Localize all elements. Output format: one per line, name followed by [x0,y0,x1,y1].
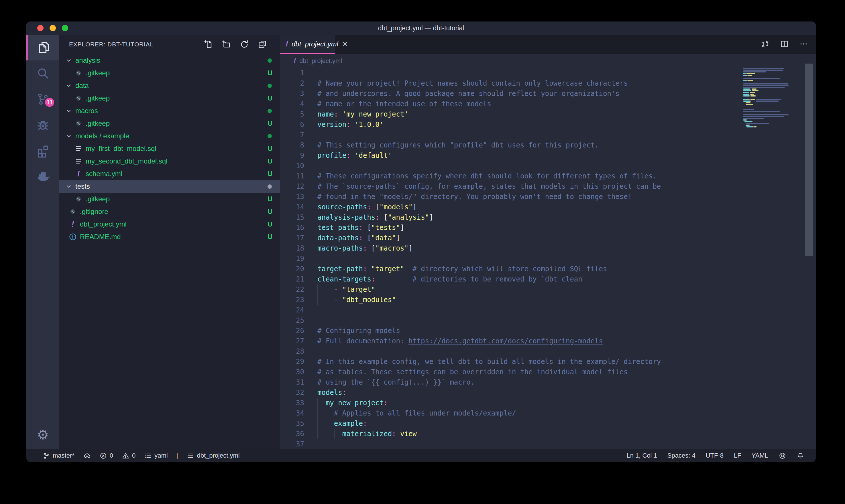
code-line-21[interactable]: 21clean-targets: # directories to be rem… [280,274,816,284]
tree-file--gitkeep[interactable]: .gitkeepU [59,117,280,130]
code-line-1[interactable]: 1 [280,68,816,78]
status-bell-icon[interactable] [796,452,804,460]
code-line-20[interactable]: 20target-path: "target" # directory whic… [280,264,816,274]
code-line-26[interactable]: 26# Configuring models [280,326,816,336]
code-line-8[interactable]: 8# This setting configures which "profil… [280,140,816,150]
activity-item-explorer[interactable] [26,35,59,60]
status-ln-1-col-1[interactable]: Ln 1, Col 1 [626,452,657,459]
line-number: 9 [280,150,304,161]
files-icon [36,40,51,55]
status-smiley-icon[interactable] [778,452,786,460]
code-line-12[interactable]: 12# The `source-paths` config, for examp… [280,181,816,192]
git-file-icon [74,195,83,203]
tree-file-readme-md[interactable]: README.mdU [59,231,280,243]
tree-folder-data[interactable]: data [59,79,280,92]
code-line-16[interactable]: 16test-paths: ["tests"] [280,222,816,233]
code-line-28[interactable]: 28 [280,346,816,357]
code-line-2[interactable]: 2# Name your project! Project names shou… [280,78,816,89]
activity-item-run-debug[interactable] [26,112,59,138]
status-utf-8[interactable]: UTF-8 [706,452,723,459]
status-lf[interactable]: LF [734,452,741,459]
collapse-all-icon[interactable] [257,39,267,49]
code-line-25[interactable]: 25 [280,315,816,326]
tree-file--gitkeep[interactable]: .gitkeepU [59,92,280,105]
tree-file--gitignore[interactable]: .gitignoreU [59,205,280,218]
refresh-icon[interactable] [239,39,249,49]
zoom-window-button[interactable] [62,25,68,31]
split-editor-icon[interactable] [780,39,789,49]
code-line-17[interactable]: 17data-paths: ["data"] [280,233,816,243]
editor-scrollbar[interactable] [805,64,813,256]
chevron-down-icon [65,56,73,65]
tree-file--gitkeep[interactable]: .gitkeepU [59,67,280,79]
breadcrumb[interactable]: ! dbt_project.yml [280,54,816,68]
new-file-icon[interactable] [203,39,213,49]
explorer-header: EXPLORER: DBT-TUTORIAL [59,35,280,54]
code-line-9[interactable]: 9profile: 'default' [280,150,816,161]
code-line-35[interactable]: 35 example: [280,418,816,429]
code-line-19[interactable]: 19 [280,253,816,264]
code-line-37[interactable]: 37 [280,439,816,449]
tree-folder-tests[interactable]: tests [59,180,280,193]
code-area[interactable]: 12# Name your project! Project names sho… [280,68,816,449]
code-line-13[interactable]: 13# found in the "models/" directory. Yo… [280,192,816,202]
status-yaml[interactable]: YAML [752,452,768,459]
open-changes-icon[interactable] [760,39,770,49]
code-line-34[interactable]: 34 # Applies to all files under models/e… [280,408,816,418]
status-cloud-upload-icon[interactable] [83,452,91,460]
code-line-11[interactable]: 11# These configurations specify where d… [280,171,816,181]
minimize-window-button[interactable] [50,25,56,31]
tree-file--gitkeep[interactable]: .gitkeepU [59,193,280,205]
status-0[interactable]: 0 [122,452,136,460]
status-master-[interactable]: master* [42,452,74,460]
code-line-22[interactable]: 22 - "target" [280,284,816,295]
code-line-14[interactable]: 14source-paths: ["models"] [280,202,816,212]
code-line-4[interactable]: 4# name or the intended use of these mod… [280,99,816,109]
code-line-23[interactable]: 23 - "dbt_modules" [280,295,816,305]
status-0[interactable]: 0 [100,452,113,460]
line-number: 6 [280,120,304,130]
code-line-15[interactable]: 15analysis-paths: ["analysis"] [280,212,816,222]
activity-item-source-control[interactable]: 11 [26,86,59,112]
code-line-32[interactable]: 32models: [280,388,816,398]
code-line-36[interactable]: 36 materialized: view [280,429,816,439]
code-line-27[interactable]: 27# Full documentation: https://docs.get… [280,336,816,346]
settings-gear-icon[interactable]: ⚙ [26,425,59,445]
tab-dbt-project-yml[interactable]: ! dbt_project.yml ✕ [280,35,335,54]
new-folder-icon[interactable] [221,39,231,49]
code-line-6[interactable]: 6version: '1.0.0' [280,120,816,130]
code-line-29[interactable]: 29# In this example config, we tell dbt … [280,357,816,367]
code-line-3[interactable]: 3# and underscores. A good package name … [280,89,816,99]
tree-file-my-first-dbt-model-sql[interactable]: my_first_dbt_model.sqlU [59,142,280,155]
activity-item-docker[interactable] [26,163,59,189]
code-line-10[interactable]: 10 [280,161,816,171]
more-actions-icon[interactable] [799,39,808,49]
close-window-button[interactable] [37,25,43,31]
line-number: 13 [280,192,304,202]
code-line-7[interactable]: 7 [280,130,816,140]
code-line-33[interactable]: 33 my_new_project: [280,398,816,408]
code-line-24[interactable]: 24 [280,305,816,315]
tree-file-dbt-project-yml[interactable]: !dbt_project.ymlU [59,218,280,231]
activity-bar: 11⚙ [26,35,59,449]
code-line-31[interactable]: 31# using the `{{ config(...) }}` macro. [280,377,816,388]
tree-folder-analysis[interactable]: analysis [59,54,280,67]
tree-folder-macros[interactable]: macros [59,105,280,117]
close-tab-icon[interactable]: ✕ [342,40,348,48]
code-line-5[interactable]: 5name: 'my_new_project' [280,109,816,120]
code-line-30[interactable]: 30# as tables. These settings can be ove… [280,367,816,377]
tree-file-my-second-dbt-model-sql[interactable]: my_second_dbt_model.sqlU [59,155,280,167]
minimap[interactable] [743,66,805,129]
chevron-down-icon [65,107,73,115]
status-yaml[interactable]: yaml [144,452,167,460]
git-untracked-badge: U [268,233,272,241]
title-bar[interactable]: dbt_project.yml — dbt-tutorial [26,21,816,35]
activity-item-search[interactable] [26,60,59,86]
activity-item-extensions[interactable] [26,138,59,163]
breadcrumb-item[interactable]: dbt_project.yml [299,57,342,65]
status-spaces-4[interactable]: Spaces: 4 [667,452,696,459]
tree-file-schema-yml[interactable]: !schema.ymlU [59,167,280,180]
code-line-18[interactable]: 18macro-paths: ["macros"] [280,243,816,253]
status-dbt-project-yml[interactable]: dbt_project.yml [186,452,239,460]
tree-folder-models-example[interactable]: models / example [59,130,280,142]
